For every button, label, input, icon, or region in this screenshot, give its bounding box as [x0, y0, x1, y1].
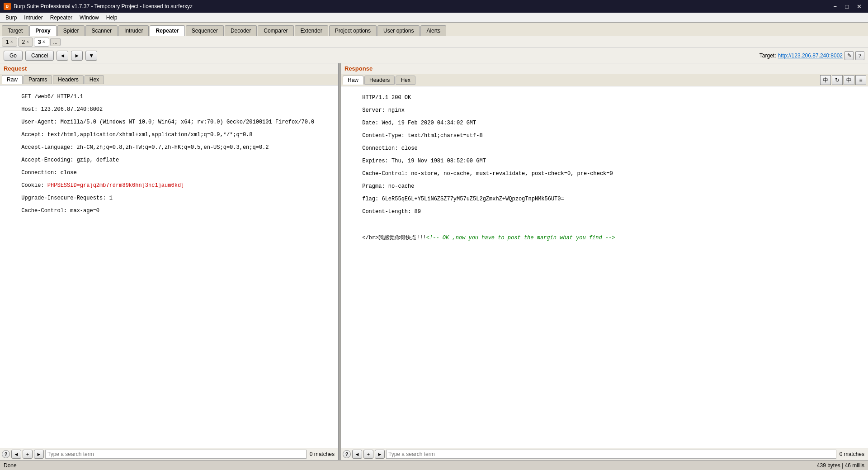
repeater-tab-1-close: × [10, 39, 13, 44]
response-line-9: flag: 6LeR55qE6L+Y5LiN6ZSZ77yM57uZ5L2gZm… [362, 196, 564, 202]
request-search-matches: 0 matches [308, 451, 336, 457]
tab-spider[interactable]: Spider [57, 25, 85, 36]
target-url[interactable]: http://123.206.87.240:8002 [778, 52, 843, 59]
nav-dropdown-button[interactable]: ▼ [85, 51, 97, 61]
minimize-button[interactable]: − [831, 2, 840, 11]
status-bytes: 439 bytes | 46 millis [817, 462, 864, 469]
nav-forward-button[interactable]: ► [71, 51, 83, 61]
main-tab-bar: Target Proxy Spider Scanner Intruder Rep… [0, 23, 868, 36]
repeater-tab-2-close: × [26, 39, 29, 44]
request-tabs: Raw Params Headers Hex [0, 74, 338, 85]
request-search-forward[interactable]: + [23, 450, 33, 459]
toolbar: Go Cancel ◄ ► ▼ Target: http://123.206.8… [0, 48, 868, 63]
cn-button-3[interactable]: 中 [844, 75, 854, 85]
request-line-4: Accept: text/html,application/xhtml+xml,… [21, 132, 252, 138]
response-tab-raw[interactable]: Raw [343, 76, 363, 85]
response-line-5: Connection: close [362, 145, 417, 152]
cn-buttons: 中 ↻ 中 ≡ [820, 75, 866, 85]
close-button[interactable]: ✕ [854, 2, 864, 11]
request-line-5: Accept-Language: zh-CN,zh;q=0.8,zh-TW;q=… [21, 144, 269, 151]
tab-project-options[interactable]: Project options [329, 25, 377, 36]
response-search-bar: ? ◄ + ► 0 matches [341, 448, 868, 460]
cn-button-1[interactable]: 中 [820, 75, 831, 85]
target-help-button[interactable]: ? [855, 51, 864, 60]
response-line-3: Date: Wed, 19 Feb 2020 04:34:02 GMT [362, 120, 476, 126]
target-info: Target: http://123.206.87.240:8002 ✎ ? [760, 51, 864, 60]
request-search-back[interactable]: ◄ [11, 450, 21, 459]
response-line-1: HTTP/1.1 200 OK [362, 95, 411, 101]
response-search-next[interactable]: ► [375, 450, 385, 459]
menu-intruder[interactable]: Intruder [20, 14, 46, 22]
title-left: B Burp Suite Professional v1.7.37 - Temp… [4, 3, 193, 10]
menu-window[interactable]: Window [76, 14, 103, 22]
request-tab-raw[interactable]: Raw [2, 75, 23, 84]
response-content[interactable]: HTTP/1.1 200 OK Server: nginx Date: Wed,… [341, 86, 868, 448]
tab-sequencer[interactable]: Sequencer [186, 25, 224, 36]
cancel-button[interactable]: Cancel [25, 51, 54, 61]
request-line-7: Connection: close [21, 170, 76, 176]
tab-proxy[interactable]: Proxy [29, 25, 56, 36]
request-content[interactable]: GET /web6/ HTTP/1.1 Host: 123.206.87.240… [0, 85, 338, 448]
request-search-help[interactable]: ? [2, 450, 10, 458]
menu-help[interactable]: Help [103, 14, 121, 22]
title-controls[interactable]: − □ ✕ [831, 2, 864, 11]
request-tab-headers[interactable]: Headers [53, 75, 83, 84]
response-header: Response [341, 63, 868, 74]
status-text: Done [4, 462, 17, 469]
repeater-tab-2[interactable]: 2 × [18, 38, 33, 47]
repeater-tab-3-close[interactable]: × [42, 39, 45, 44]
tab-scanner[interactable]: Scanner [85, 25, 118, 36]
tab-alerts[interactable]: Alerts [420, 25, 446, 36]
request-search-bar: ? ◄ + ► 0 matches [0, 448, 338, 460]
go-button[interactable]: Go [4, 51, 23, 61]
response-tab-hex[interactable]: Hex [396, 76, 415, 85]
menu-burp[interactable]: Burp [2, 14, 20, 22]
tab-comparer[interactable]: Comparer [258, 25, 293, 36]
response-line-12: </br>我感觉你得快点!!!<!-- OK ,now you have to … [362, 235, 615, 241]
tab-intruder[interactable]: Intruder [118, 25, 149, 36]
request-line-3: User-Agent: Mozilla/5.0 (Windows NT 10.0… [21, 119, 314, 125]
cn-button-2[interactable]: ↻ [832, 75, 843, 85]
repeater-tab-2-label: 2 [22, 39, 25, 45]
request-tab-hex[interactable]: Hex [85, 75, 104, 84]
response-search-help[interactable]: ? [343, 450, 351, 458]
response-line-10: Content-Length: 89 [362, 209, 421, 215]
nav-back-button[interactable]: ◄ [57, 51, 68, 61]
menu-repeater[interactable]: Repeater [47, 14, 76, 22]
cn-button-4[interactable]: ≡ [855, 75, 866, 85]
response-search-back[interactable]: ◄ [352, 450, 362, 459]
response-line-4: Content-Type: text/html;charset=utf-8 [362, 133, 482, 139]
tab-user-options[interactable]: User options [377, 25, 420, 36]
response-tabs: Raw Headers Hex 中 ↻ 中 ≡ [341, 74, 868, 86]
request-line-6: Accept-Encoding: gzip, deflate [21, 157, 119, 163]
repeater-tab-1[interactable]: 1 × [2, 38, 17, 47]
request-panel: Request Raw Params Headers Hex GET /web6… [0, 63, 339, 460]
request-line-10: Cache-Control: max-age=0 [21, 208, 99, 214]
request-search-next[interactable]: ► [34, 450, 44, 459]
request-tab-params[interactable]: Params [24, 75, 52, 84]
response-search-input[interactable] [386, 450, 836, 459]
repeater-tab-3[interactable]: 3 × [34, 38, 49, 47]
tab-decoder[interactable]: Decoder [225, 25, 257, 36]
status-bar: Done 439 bytes | 46 millis [0, 460, 868, 470]
request-line-1: GET /web6/ HTTP/1.1 [21, 94, 83, 100]
maximize-button[interactable]: □ [842, 2, 851, 11]
response-search-matches: 0 matches [838, 451, 866, 457]
response-tab-headers[interactable]: Headers [364, 76, 395, 85]
target-label: Target: [760, 52, 776, 59]
response-line-6: Expires: Thu, 19 Nov 1981 08:52:00 GMT [362, 158, 486, 164]
request-search-input[interactable] [45, 450, 307, 459]
target-edit-button[interactable]: ✎ [844, 51, 854, 60]
repeater-tab-3-label: 3 [38, 39, 41, 45]
tab-target[interactable]: Target [2, 25, 28, 36]
response-panel: Response Raw Headers Hex 中 ↻ 中 ≡ HTTP/1.… [341, 63, 868, 460]
tab-repeater[interactable]: Repeater [150, 25, 184, 36]
tab-extender[interactable]: Extender [295, 25, 328, 36]
content-area: Request Raw Params Headers Hex GET /web6… [0, 63, 868, 460]
response-search-forward[interactable]: + [363, 450, 373, 459]
repeater-tab-more[interactable]: ... [50, 38, 61, 46]
repeater-tab-1-label: 1 [6, 39, 9, 45]
app-icon: B [4, 3, 11, 10]
response-line-2: Server: nginx [362, 107, 405, 114]
window-title: Burp Suite Professional v1.7.37 - Tempor… [14, 3, 193, 9]
